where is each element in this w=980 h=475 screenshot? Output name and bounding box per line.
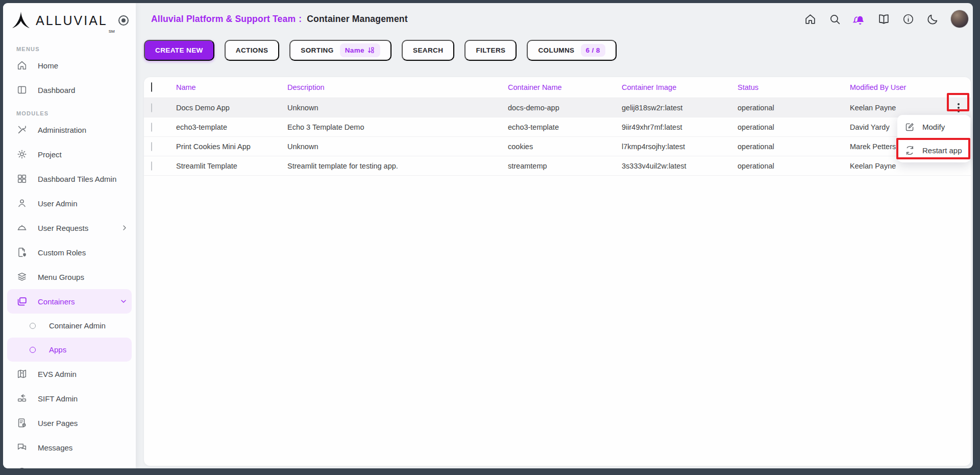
cell-description: Streamlit template for testing app. [287,162,508,170]
chevron-right-icon [120,224,129,232]
edit-icon [904,122,915,132]
column-header-description[interactable]: Description [287,83,508,91]
messages-icon [16,442,28,453]
table-row[interactable]: Print Cookies Mini App Unknown cookies l… [144,137,971,156]
actions-button[interactable]: ACTIONS [225,40,280,61]
table-row[interactable]: echo3-template Echo 3 Template Demo echo… [144,117,971,137]
sidebar-item-label: User Admin [38,199,78,208]
sidebar-subitem-label: Apps [49,345,66,354]
row-actions-kebab-icon[interactable] [951,100,966,115]
context-menu-item-restart-app[interactable]: Restart app [897,139,970,162]
main-content: Alluvial Platform & Support Team:Contain… [136,3,973,468]
columns-label: COLUMNS [538,46,574,54]
breadcrumb-team: Alluvial Platform & Support Team [151,14,296,24]
sorting-value: Name [345,46,364,54]
sidebar-item-messages[interactable]: Messages [3,435,136,460]
sidebar-item-sift-admin[interactable]: SIFT Admin [3,386,136,411]
documentation-button[interactable] [877,12,890,26]
brand-name: ALLUVIAL [36,13,108,28]
gear-icon [16,149,28,160]
filters-button[interactable]: FILTERS [464,40,517,61]
request-cloche-icon [16,222,28,233]
cell-description: Unknown [287,142,508,151]
column-header-container-image[interactable]: Container Image [622,83,738,91]
home-icon [16,60,28,71]
sidebar-collapse-toggle[interactable] [118,15,129,26]
table-row[interactable]: Docs Demo App Unknown docs-demo-app geli… [144,98,971,117]
context-menu-label: Modify [922,123,945,131]
sidebar-item-label: Menu Groups [38,273,84,281]
cell-modified-by: Keelan Payne [850,162,951,170]
column-header-container-name[interactable]: Container Name [508,83,622,91]
row-context-menu: Modify Restart app [897,115,970,162]
sidebar-item-evs-admin[interactable]: EVS Admin [3,362,136,386]
sidebar-item-label: Home [38,61,58,70]
sidebar-item-label: Dashboard [38,86,75,94]
sidebar-subitem-apps[interactable]: Apps [7,338,132,362]
sidebar-item-label: Messages [38,443,72,452]
section-label-menus: MENUS [16,46,136,52]
topbar: Alluvial Platform & Support Team:Contain… [136,3,973,35]
page-title: Container Management [307,14,408,24]
notifications-button[interactable] [852,12,866,26]
sidebar-item-label: EVS Admin [38,370,77,378]
context-menu-item-modify[interactable]: Modify [897,115,970,139]
sidebar-item-containers[interactable]: Containers [7,289,132,314]
sidebar-item-user-requests[interactable]: User Requests [3,216,136,240]
sidebar-item-user-admin[interactable]: User Admin [3,191,136,216]
user-icon [16,198,28,209]
containers-icon [16,296,28,307]
sidebar-item-dashboard[interactable]: Dashboard [3,78,136,102]
cell-container-name: echo3-template [508,123,622,131]
docs-book-icon [877,13,890,26]
sidebar-item-label: Project [38,150,62,159]
sidebar-item-menu-groups[interactable]: Menu Groups [3,265,136,289]
row-checkbox[interactable] [151,142,152,151]
pages-info-icon [16,417,28,429]
select-all-checkbox[interactable] [151,82,152,92]
user-avatar[interactable] [950,10,969,28]
sidebar-item-project[interactable]: Project [3,142,136,167]
chevron-right-icon [120,468,129,468]
create-new-button[interactable]: CREATE NEW [144,40,214,61]
home-button[interactable] [803,12,817,26]
dark-mode-button[interactable] [926,12,939,26]
table-row[interactable]: Streamlit Template Streamlit template fo… [144,156,971,176]
notifications-icon [852,12,866,26]
tiles-grid-icon [16,173,28,184]
columns-button[interactable]: COLUMNS 6 / 8 [527,40,616,61]
map-icon [16,368,28,379]
search-icon [828,13,841,26]
brand-header: ALLUVIAL SM [3,3,136,38]
column-header-name[interactable]: Name [176,83,287,91]
column-header-modified-by[interactable]: Modified By User [850,83,951,91]
cell-modified-by: Keelan Payne [850,104,951,112]
info-button[interactable] [901,12,915,26]
sidebar-item-custom-roles[interactable]: Custom Roles [3,240,136,265]
sidebar-subitem-container-admin[interactable]: Container Admin [3,314,136,338]
sidebar-subitem-label: Container Admin [49,321,106,330]
sidebar-item-home[interactable]: Home [3,53,136,78]
sidebar-item-power-bi[interactable]: Power BI [3,460,136,468]
sidebar-item-administration[interactable]: Administration [3,117,136,142]
row-checkbox[interactable] [151,103,152,112]
refresh-icon [904,145,915,156]
sidebar-item-dashboard-tiles-admin[interactable]: Dashboard Tiles Admin [3,167,136,191]
admin-tools-icon [16,124,28,135]
column-header-status[interactable]: Status [738,83,850,91]
sorting-button[interactable]: SORTING Name [289,40,391,61]
brand-trademark: SM [109,29,115,38]
search-button-toolbar[interactable]: SEARCH [402,40,454,61]
cell-name: echo3-template [176,123,287,131]
row-checkbox[interactable] [151,123,152,132]
bullet-icon [30,323,36,329]
breadcrumb-separator: : [299,14,302,24]
sidebar-item-user-pages[interactable]: User Pages [3,411,136,435]
app-window: ALLUVIAL SM MENUS Home Dashboard MODULES… [3,3,973,468]
cell-container-image: l7kmp4rsojhy:latest [622,142,738,151]
roles-shield-doc-icon [16,247,28,258]
sort-descending-icon [366,46,375,55]
search-button[interactable] [828,12,841,26]
info-icon [902,13,915,26]
row-checkbox[interactable] [151,161,152,171]
